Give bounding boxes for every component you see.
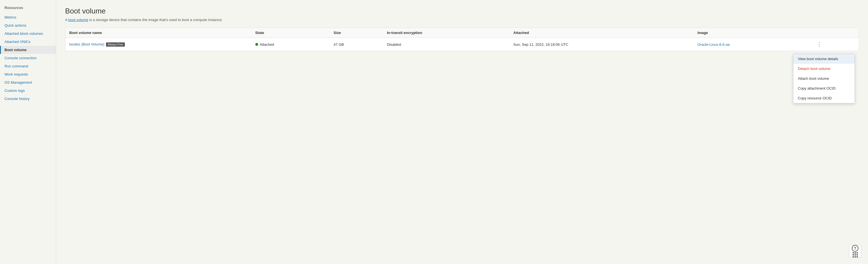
help-dots-icon [852,252,858,258]
three-dot-button[interactable]: ⋮ [815,41,824,48]
col-header-encryption: In-transit encryption [383,28,509,38]
col-header-image: Image [693,28,811,38]
dropdown-item-attach[interactable]: Attach boot volume [794,74,855,83]
boot-volume-table-container: Boot volume nameStateSizeIn-transit encr… [65,28,859,51]
col-header-state: State [251,28,330,38]
dropdown-item-copy-resource-ocid[interactable]: Copy resource OCID [794,93,855,103]
sidebar-item-boot-volume[interactable]: Boot volume [0,46,56,54]
sidebar-item-quick-actions[interactable]: Quick actions [0,21,56,29]
sidebar-item-custom-logs[interactable]: Custom logs [0,87,56,95]
cell-state: Attached [251,38,330,51]
sidebar-item-attached-vnics[interactable]: Attached VNICs [0,38,56,46]
boot-vol-name-link[interactable]: bootes (Boot Volume) [69,42,104,46]
cell-actions: ⋮View boot volume detailsDetach boot vol… [811,38,859,51]
dropdown-item-detach[interactable]: Detach boot volume [794,64,855,74]
main-content: Boot volume A boot volume is a storage d… [56,0,868,264]
boot-volume-table: Boot volume nameStateSizeIn-transit encr… [65,28,859,51]
col-header-size: Size [330,28,383,38]
cell-attached-date: Sun, Sep 11, 2022, 16:18:06 UTC [509,38,693,51]
cell-size: 47 GB [330,38,383,51]
col-header-actions [811,28,859,38]
sidebar-title: Resources [0,6,56,13]
page-description: A boot volume is a storage device that c… [65,18,859,22]
sidebar-item-run-command[interactable]: Run command [0,62,56,70]
table-header-row: Boot volume nameStateSizeIn-transit encr… [65,28,859,38]
help-icon-container: ? [849,245,861,257]
image-link[interactable]: Oracle-Linux-8.6-aa [698,42,730,47]
sidebar-item-metrics[interactable]: Metrics [0,13,56,21]
state-dot-icon [255,43,258,46]
always-free-badge: Always Free [106,42,125,47]
table-header: Boot volume nameStateSizeIn-transit encr… [65,28,859,38]
sidebar-item-work-requests[interactable]: Work requests [0,70,56,78]
help-button[interactable]: ? [849,245,861,257]
table-body: bootes (Boot Volume)Always FreeAttached4… [65,38,859,51]
cell-image: Oracle-Linux-8.6-aa [693,38,811,51]
cell-name: bootes (Boot Volume)Always Free [65,38,251,51]
table-row: bootes (Boot Volume)Always FreeAttached4… [65,38,859,51]
dropdown-item-copy-attachment-ocid[interactable]: Copy attachment OCID [794,83,855,93]
sidebar: Resources MetricsQuick actionsAttached b… [0,0,56,264]
boot-volume-link[interactable]: boot volume [68,18,88,22]
help-inner: ? [852,245,859,258]
sidebar-item-console-history[interactable]: Console history [0,95,56,103]
state-text: Attached [260,42,274,47]
action-cell: ⋮View boot volume detailsDetach boot vol… [815,41,855,48]
col-header-name: Boot volume name [65,28,251,38]
dropdown-item-view-details[interactable]: View boot volume details [794,54,855,64]
sidebar-item-console-connection[interactable]: Console connection [0,54,56,62]
page-title: Boot volume [65,7,859,16]
desc-suffix: is a storage device that contains the im… [88,18,222,22]
dropdown-menu: View boot volume detailsDetach boot volu… [793,54,855,104]
sidebar-item-os-management[interactable]: OS Management [0,78,56,87]
cell-encryption: Disabled [383,38,509,51]
desc-prefix: A [65,18,68,22]
help-circle-icon: ? [852,245,859,252]
sidebar-item-attached-block-volumes[interactable]: Attached block volumes [0,29,56,38]
col-header-attached: Attached [509,28,693,38]
